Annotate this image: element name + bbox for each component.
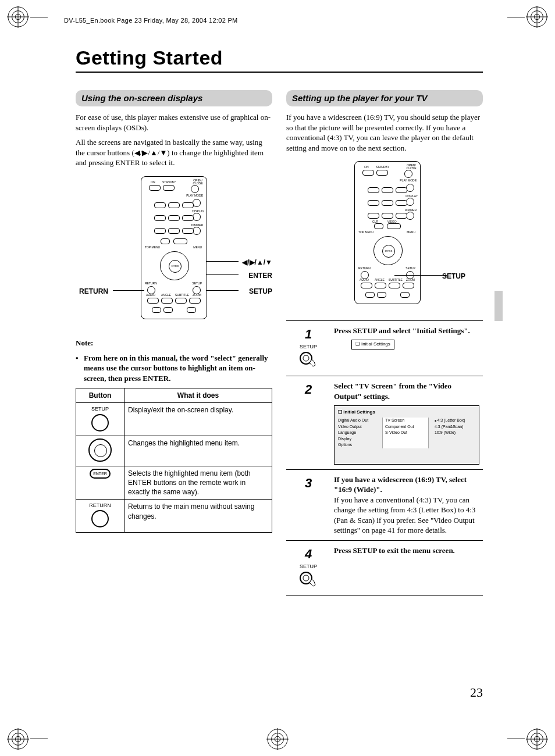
osd-left-col: Digital Audio Out Video Output Language … [338, 418, 379, 448]
registration-mark [526, 728, 548, 750]
crop-line [507, 17, 525, 17]
remote-illustration: ON STANDBY OPEN/ CLOSE PLAY MODE DISPLAY… [141, 176, 207, 319]
callout-setup: SETUP [442, 272, 465, 281]
setup-button-icon [91, 414, 109, 432]
section-head-osd: Using the on-screen displays [76, 90, 272, 106]
row-setup-desc: Display/exit the on-screen display. [124, 403, 272, 436]
registration-mark [526, 6, 548, 28]
remote-illustration: ON STANDBY OPEN/ CLOSE PLAY MODE DISPLAY… [354, 161, 421, 304]
osd-mid-col: TV Screen Component Out S-Video Out [382, 418, 429, 448]
step-icon-label: SETUP [290, 343, 327, 350]
button-table: Button What it does SETUP Display/exit t… [76, 388, 272, 532]
osd-right-col: 4:3 (Letter Box) 4:3 (Pan&Scan) 16:9 (Wi… [432, 418, 475, 448]
page-number: 23 [470, 685, 483, 700]
note-body: From here on in this manual, the word "s… [76, 353, 272, 384]
enter-button-icon: ENTER [90, 469, 111, 479]
callout-return: RETURN [79, 287, 108, 296]
table-row: ENTER Selects the highlighted menu item … [76, 466, 272, 500]
title-rule [76, 72, 483, 73]
header-filename: DV-L55_En.book Page 23 Friday, May 28, 2… [64, 17, 238, 24]
step-number: 1 [290, 326, 327, 343]
callout-arrows: ◀/▶/▲/▼ [242, 258, 272, 267]
callout-setup: SETUP [249, 287, 272, 296]
leader-line [206, 274, 239, 275]
step-body: If you have a conventional (4:3) TV, you… [334, 495, 479, 536]
step-number: 2 [290, 381, 327, 398]
step-row: 4 SETUP Press SETUP to exit the menu scr… [286, 540, 483, 595]
note-heading: Note: [76, 338, 272, 348]
crop-line [30, 739, 48, 739]
crop-line [507, 739, 525, 739]
row-return-desc: Returns to the main menu without saving … [124, 500, 272, 532]
row-enter-desc: Selects the highlighted menu item (both … [124, 466, 272, 500]
crop-line [30, 17, 48, 17]
leader-line [206, 290, 239, 291]
step-icon-label: SETUP [290, 563, 327, 570]
section-head-tv: Setting up the player for your TV [286, 90, 483, 106]
row-setup-label: SETUP [91, 406, 109, 412]
row-return-label: RETURN [89, 502, 111, 508]
right-column: Setting up the player for your TV If you… [286, 90, 483, 596]
left-column: Using the on-screen displays For ease of… [76, 90, 272, 596]
step-title: Select "TV Screen" from the "Video Outpu… [334, 381, 479, 401]
osd-para2: All the screens are navigated in basical… [76, 137, 272, 168]
steps-table: 1 SETUP Press SETUP and select "Initial … [286, 320, 483, 595]
table-row: Changes the highlighted menu item. [76, 436, 272, 466]
step-number: 4 [290, 545, 327, 563]
svg-point-26 [303, 355, 309, 361]
press-icon [299, 571, 318, 591]
cursor-ring-icon [88, 438, 112, 462]
osd-para1: For ease of use, this player makes exten… [76, 112, 272, 133]
step-row: 2 Select "TV Screen" from the "Video Out… [286, 376, 483, 469]
svg-point-28 [303, 575, 309, 581]
leader-line [394, 275, 447, 276]
return-button-icon [91, 510, 109, 527]
row-cursor-desc: Changes the highlighted menu item. [124, 436, 272, 466]
callout-enter: ENTER [248, 271, 272, 280]
page-title: Getting Started [76, 47, 483, 69]
step-title: Press SETUP and select "Initial Settings… [334, 326, 479, 336]
chapter-tab [494, 291, 503, 321]
step-number: 3 [290, 475, 327, 492]
table-head-desc: What it does [124, 388, 272, 403]
table-head-button: Button [76, 388, 124, 403]
table-row: RETURN Returns to the main menu without … [76, 500, 272, 532]
osd-menu-box: ❑ Initial Settings Digital Audio Out Vid… [334, 405, 479, 465]
table-row: SETUP Display/exit the on-screen display… [76, 403, 272, 436]
step-title: If you have a widescreen (16:9) TV, sele… [334, 475, 479, 495]
step-title: Press SETUP to exit the menu screen. [334, 545, 479, 556]
tv-para1: If you have a widescreen (16:9) TV, you … [286, 112, 483, 153]
press-icon [299, 351, 318, 371]
step-row: 1 SETUP Press SETUP and select "Initial … [286, 321, 483, 376]
leader-line [206, 261, 239, 262]
osd-tag-initial-settings: ❑Initial Settings [351, 340, 394, 350]
registration-mark [7, 6, 29, 28]
registration-mark [7, 728, 29, 750]
leader-line [113, 290, 144, 291]
registration-mark [266, 728, 289, 750]
step-row: 3 If you have a widescreen (16:9) TV, se… [286, 469, 483, 540]
